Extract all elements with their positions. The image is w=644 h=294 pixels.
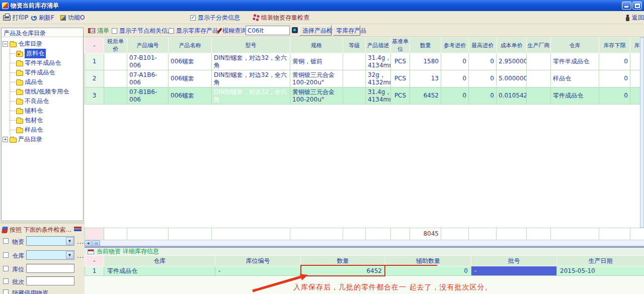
tree-item-raw-material[interactable]: 原料仓 [10, 49, 82, 58]
cell-model[interactable]: DIN型螺套，对边32，全六角 [212, 53, 290, 70]
collapse-icon[interactable]: − [3, 41, 8, 47]
chevron-down-icon[interactable]: ▼ [66, 237, 73, 245]
cell-stock-min[interactable]: 0 [599, 70, 630, 87]
cell-grade[interactable] [343, 87, 366, 105]
material-browse-button[interactable]: ... [77, 238, 84, 245]
header-ref-price[interactable]: 参考进价 [441, 38, 469, 53]
header-product-code[interactable]: 产品编号 [127, 38, 169, 53]
expand-icon[interactable]: + [3, 137, 8, 142]
detail-header-batch[interactable]: 批号 [471, 256, 557, 266]
list-button[interactable]: 清单 [88, 26, 109, 35]
cell-cost-price[interactable]: 5.000000 [497, 70, 527, 87]
cell-ref-price[interactable]: 0 [441, 70, 469, 87]
header-grade[interactable]: 等级 [343, 38, 366, 53]
tree-item-parts-finished[interactable]: 零件成品仓 [10, 68, 82, 77]
cell-product-code[interactable]: 07-B1B6-006 [127, 87, 169, 105]
cell-product-name[interactable]: 006螺套 [169, 53, 212, 70]
warehouse-select[interactable]: ▼ [26, 250, 74, 260]
header-max-price[interactable]: 最高进价 [469, 38, 497, 53]
cell-spec[interactable]: 黄铜镀三元合金100-200u" [290, 87, 343, 105]
cell-tax-price[interactable] [104, 53, 127, 70]
location-checkbox[interactable] [3, 266, 9, 271]
cell-stock-min[interactable]: 0 [599, 87, 630, 105]
warehouse-browse-button[interactable]: ... [77, 252, 84, 259]
cell-quantity[interactable]: 6452 [410, 87, 441, 105]
tree-item-feeder-lowfreq[interactable]: 馈线/低频专用仓 [10, 87, 82, 96]
cell-row-num[interactable]: 3 [85, 87, 104, 105]
tree-item-product-root[interactable]: + 产品目录 [3, 135, 82, 144]
query-go-icon[interactable] [292, 27, 298, 33]
select-product-search-button[interactable]: 选择产品检索 [299, 25, 332, 36]
cell-product-code[interactable]: 07-A1B6-006 [127, 70, 169, 87]
tree-item-warehouse-root[interactable]: − 仓库目录 [3, 39, 82, 49]
cell-tax-price[interactable] [104, 70, 127, 87]
header-tax-price[interactable]: 税后单价 [104, 38, 127, 53]
cell-cost-price[interactable]: 2.950000 [497, 53, 527, 70]
back-button[interactable]: 返回 [625, 13, 644, 22]
cell-model[interactable]: DIN型螺套，对边32，全六角 [212, 70, 290, 87]
cell-base-unit[interactable]: PCS [391, 87, 410, 105]
cell-ref-price[interactable]: 0 [441, 53, 469, 70]
minimize-button[interactable] [622, 2, 631, 10]
detail-cell-location[interactable]: - [215, 266, 301, 276]
header-warehouse[interactable]: 仓库 [551, 38, 599, 53]
show-zero-stock-checkbox[interactable]: 显示零库存产品 [169, 26, 218, 35]
vertical-scrollbar[interactable] [640, 37, 644, 228]
cell-model-selected[interactable]: DIN型螺套，对边32，全六角 [212, 87, 290, 105]
detail-cell-row-num[interactable]: 1 [85, 266, 104, 276]
tree-item-defective[interactable]: 不良品仓 [10, 96, 82, 106]
detail-header-warehouse[interactable]: 仓库 [104, 256, 215, 266]
cell-ref-price[interactable]: 0 [441, 87, 469, 105]
cell-product-name[interactable]: 006螺套 [169, 70, 212, 87]
header-stock-min[interactable]: 库存下限 [599, 38, 630, 53]
detail-cell-aux-quantity[interactable]: 0 [385, 266, 471, 276]
detail-header-location[interactable]: 库位编号 [215, 256, 301, 266]
cell-spec[interactable]: 黄铜，镀前 [290, 53, 343, 70]
header-base-unit[interactable]: 基准单位 [391, 38, 410, 53]
cell-warehouse[interactable]: 零件半成品仓 [551, 53, 599, 70]
batch-checkbox[interactable] [3, 278, 9, 284]
header-spec[interactable]: 规格 [290, 38, 343, 53]
fuzzy-query-input[interactable] [246, 26, 290, 35]
cell-cost-price[interactable]: 0.010542 [497, 87, 527, 105]
print-button[interactable]: 打印P [3, 13, 28, 22]
assembly-stock-check-button[interactable]: 组装物资存量检查 [253, 13, 309, 22]
cell-max-price[interactable]: 0 [469, 87, 497, 105]
tree-item-auxiliary[interactable]: 辅料仓 [10, 106, 82, 116]
tree-item-packaging[interactable]: 包材仓 [10, 116, 82, 125]
table-row-selected[interactable]: 3 07-B1B6-006 006螺套 DIN型螺套，对边32，全六角 黄铜镀三… [85, 87, 644, 105]
swap-panel-icon[interactable] [74, 227, 82, 231]
header-quantity[interactable]: 数量 [410, 38, 441, 53]
material-select[interactable]: ▼ [26, 236, 74, 246]
refresh-button[interactable]: 刷新F [31, 13, 54, 22]
cell-manufacturer[interactable] [527, 53, 551, 70]
cell-stock-min[interactable]: 0 [599, 53, 630, 70]
header-cost-price[interactable]: 成本单价 [497, 38, 527, 53]
detail-header-row-num[interactable]: - [85, 256, 104, 266]
detail-cell-prod-date[interactable]: 2015-05-10 [557, 266, 644, 276]
cell-warehouse[interactable]: 样品仓 [551, 70, 599, 87]
cell-manufacturer[interactable] [527, 87, 551, 105]
warehouse-checkbox[interactable] [3, 252, 9, 258]
table-row[interactable]: 2 07-A1B6-006 006螺套 DIN型螺套，对边32，全六角 黄铜镀三… [85, 70, 644, 87]
batch-input[interactable] [26, 276, 74, 285]
header-row-num[interactable]: - [85, 38, 104, 53]
header-product-name[interactable]: 产品名称 [169, 38, 212, 53]
cell-row-num[interactable]: 2 [85, 70, 104, 87]
cell-product-name[interactable]: 006螺套 [169, 87, 212, 105]
tree-item-finished-goods[interactable]: 成品仓 [10, 77, 82, 87]
chevron-down-icon[interactable]: ▼ [66, 251, 73, 259]
horizontal-scrollbar[interactable]: ◀ [85, 240, 644, 246]
zero-stock-products-button[interactable]: 零库存产品 [333, 25, 360, 36]
cell-manufacturer[interactable] [527, 70, 551, 87]
cell-grade[interactable] [343, 53, 366, 70]
hide-disabled-checkbox[interactable] [3, 289, 9, 294]
show-subcategory-checkbox[interactable]: ✓ 显示子分类信息 [190, 13, 240, 22]
function-button[interactable]: 功能O [60, 13, 85, 22]
detail-cell-batch-selected[interactable]: - [471, 266, 557, 276]
header-description[interactable]: 产品描述 [366, 38, 391, 53]
detail-cell-warehouse[interactable]: 零件成品仓 [104, 266, 215, 276]
cell-quantity[interactable]: 13 [410, 70, 441, 87]
table-row[interactable]: 1 07-B101-006 006螺套 DIN型螺套，对边32，全六角 黄铜，镀… [85, 53, 644, 70]
cell-description[interactable]: 31.4g，4134mm2 [366, 53, 391, 70]
